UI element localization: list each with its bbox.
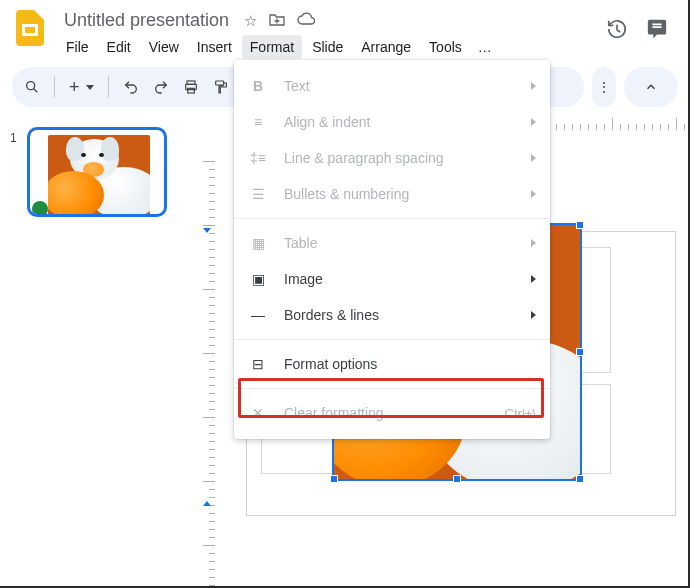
menu-item-table: ▦Table [234, 225, 550, 261]
submenu-arrow-icon [531, 311, 536, 319]
history-icon[interactable] [606, 18, 628, 43]
menu-item-bullets-numbering: ☰Bullets & numbering [234, 176, 550, 212]
menu-item-clear-formatting: ✕Clear formattingCtrl+\ [234, 395, 550, 431]
svg-rect-5 [187, 88, 194, 93]
menu-tools[interactable]: Tools [421, 35, 470, 59]
format-menu-dropdown: BText≡Align & indent‡≡Line & paragraph s… [234, 60, 550, 439]
table-icon: ▦ [248, 235, 268, 251]
menu-item-label: Align & indent [284, 114, 515, 130]
format-options-icon: ⊟ [248, 356, 268, 372]
redo-button[interactable] [153, 79, 169, 95]
new-slide-button[interactable]: + [69, 77, 94, 98]
svg-rect-1 [25, 27, 35, 33]
menu-item-line-paragraph-spacing: ‡≡Line & paragraph spacing [234, 140, 550, 176]
slide-thumbnail-1[interactable] [27, 127, 167, 217]
image-icon: ▣ [248, 271, 268, 287]
menu-item-label: Table [284, 235, 515, 251]
comments-icon[interactable] [646, 18, 668, 43]
menu-item-borders-lines[interactable]: —Borders & lines [234, 297, 550, 333]
menu-item-label: Borders & lines [284, 307, 515, 323]
menu-item-image[interactable]: ▣Image [234, 261, 550, 297]
menu-bar: File Edit View Insert Format Slide Arran… [58, 35, 596, 59]
vertical-ruler: for(let i=0;i<60;i++)document.write('<di… [200, 131, 216, 588]
submenu-arrow-icon [531, 190, 536, 198]
menu-item-label: Format options [284, 356, 536, 372]
collapse-toolbar-button[interactable] [624, 67, 678, 107]
bullets-icon: ☰ [248, 186, 268, 202]
cloud-status-icon[interactable] [294, 9, 318, 32]
menu-item-label: Line & paragraph spacing [284, 150, 515, 166]
menu-slide[interactable]: Slide [304, 35, 351, 59]
thumbnail-strip: 1 [0, 115, 200, 588]
menu-item-label: Image [284, 271, 515, 287]
clear-format-icon: ✕ [248, 405, 268, 421]
bold-icon: B [248, 78, 268, 94]
menu-item-label: Bullets & numbering [284, 186, 515, 202]
print-button[interactable] [183, 79, 199, 95]
menu-overflow[interactable]: … [472, 35, 498, 59]
slides-app-icon[interactable] [12, 10, 48, 46]
move-icon[interactable] [266, 9, 288, 32]
submenu-arrow-icon [531, 118, 536, 126]
svg-point-2 [27, 82, 35, 90]
submenu-arrow-icon [531, 154, 536, 162]
slide-number: 1 [10, 131, 17, 145]
menu-view[interactable]: View [141, 35, 187, 59]
menu-insert[interactable]: Insert [189, 35, 240, 59]
menu-file[interactable]: File [58, 35, 97, 59]
menu-arrange[interactable]: Arrange [353, 35, 419, 59]
borders-icon: — [248, 307, 268, 323]
undo-button[interactable] [123, 79, 139, 95]
doc-title[interactable]: Untitled presentation [58, 8, 235, 33]
menu-shortcut: Ctrl+\ [505, 406, 536, 421]
toolbar-overflow[interactable]: ⋮ [592, 67, 616, 107]
menu-item-format-options[interactable]: ⊟Format options [234, 346, 550, 382]
menu-item-label: Clear formatting [284, 405, 489, 421]
submenu-arrow-icon [531, 239, 536, 247]
submenu-arrow-icon [531, 82, 536, 90]
paint-format-button[interactable] [213, 79, 229, 95]
star-icon[interactable]: ☆ [241, 9, 260, 33]
menu-item-label: Text [284, 78, 515, 94]
line-spacing-icon: ‡≡ [248, 150, 268, 166]
menu-format[interactable]: Format [242, 35, 302, 59]
search-menus-icon[interactable] [24, 79, 40, 95]
align-indent-icon: ≡ [248, 114, 268, 130]
menu-edit[interactable]: Edit [99, 35, 139, 59]
menu-item-align-indent: ≡Align & indent [234, 104, 550, 140]
submenu-arrow-icon [531, 275, 536, 283]
svg-rect-6 [215, 81, 223, 85]
menu-item-text: BText [234, 68, 550, 104]
